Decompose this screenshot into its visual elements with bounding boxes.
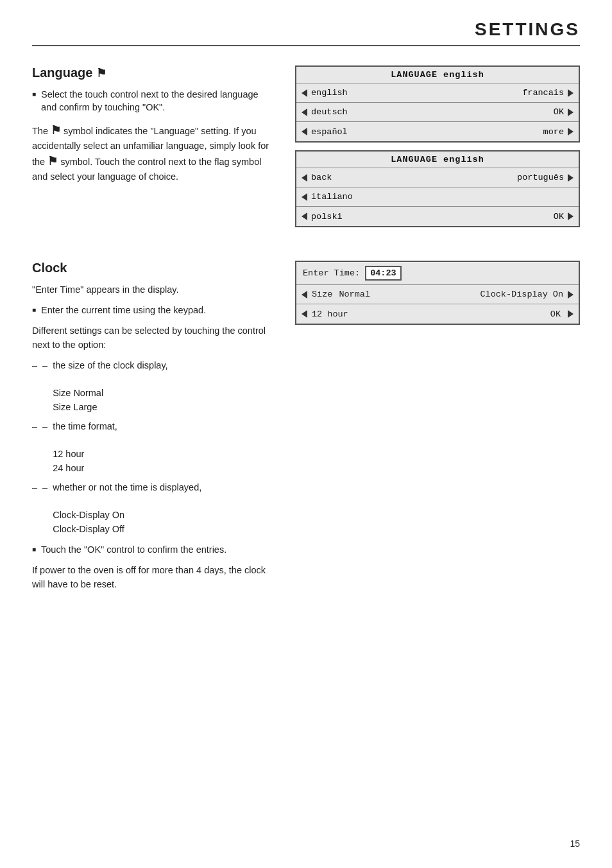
language-ok-label: OK [554, 107, 564, 117]
language-deutsch-label: deutsch [311, 107, 348, 117]
language-title-text: Language [32, 65, 92, 80]
language-display-2-header: LANGUAGE english [296, 152, 579, 168]
clock-time-display: Enter Time: 04:23 Size Normal Clock-Disp… [295, 261, 580, 325]
on-label: On [553, 290, 563, 299]
clock-section: Clock "Enter Time" appears in the displa… [32, 261, 580, 598]
language-polski-label: polski [311, 212, 343, 221]
display-row-polski-left: polski [302, 212, 554, 221]
clock-title-text: Clock [32, 261, 67, 275]
clock-intro-text: "Enter Time" appears in the display. [32, 283, 276, 297]
language-plain-text: The ⚑ symbol indicates the "Language" se… [32, 122, 276, 185]
arrow-right-icon [568, 89, 574, 97]
clock-dash-3-text: whether or not the time is displayed,Clo… [53, 481, 201, 537]
language-italiano-label: italiano [311, 192, 353, 202]
display-row-espanol[interactable]: español more [296, 122, 579, 141]
page-number: 15 [570, 838, 580, 849]
arrow-right-icon [568, 128, 574, 135]
clock-left-col: Clock "Enter Time" appears in the displa… [32, 261, 276, 598]
display-row-francais-right: francais [522, 88, 574, 98]
clock-right-col: Enter Time: 04:23 Size Normal Clock-Disp… [295, 261, 580, 598]
language-english-label: english [311, 88, 348, 98]
size-label: Size [312, 290, 332, 299]
arrow-right-icon [568, 291, 574, 299]
clock-dash-1: – the size of the clock display,Size Nor… [32, 359, 276, 415]
display-row-polski-ok-right: OK [554, 212, 574, 221]
language-bullet-list: Select the touch control next to the des… [32, 88, 276, 114]
dash-icon-3: – [42, 481, 47, 495]
arrow-left-icon [302, 128, 307, 135]
language-bullet-1-text: Select the touch control next to the des… [41, 88, 276, 114]
arrow-right-icon [568, 108, 574, 116]
display-row-polski[interactable]: polski OK [296, 207, 579, 226]
language-francais-label: francais [522, 88, 564, 98]
clock-plain-text1: Different settings can be selected by to… [32, 324, 276, 352]
clock-two-col: Clock "Enter Time" appears in the displa… [32, 261, 580, 598]
language-back-label: back [311, 173, 332, 182]
clock-dash-list: – the size of the clock display,Size Nor… [32, 359, 276, 537]
arrow-right-icon [568, 213, 574, 220]
clock-bullet-2: Touch the "OK" control to confirm the en… [32, 543, 276, 556]
display-row-deutsch-left: deutsch [302, 107, 554, 117]
dash-icon-1: – [42, 359, 47, 373]
clock-plain-text2: If power to the oven is off for more tha… [32, 564, 276, 592]
language-polski-ok-label: OK [554, 212, 564, 221]
arrow-left-icon [302, 174, 307, 182]
clock-hour-row[interactable]: 12 hour OK [296, 304, 579, 324]
language-more-label: more [543, 127, 564, 137]
display-row-back-left: back [302, 173, 517, 182]
language-bullet-1: Select the touch control next to the des… [32, 88, 276, 114]
clock-bullet-list-2: Touch the "OK" control to confirm the en… [32, 543, 276, 556]
clock-dash-2: – the time format,12 hour24 hour [32, 420, 276, 476]
enter-time-label: Enter Time: [303, 268, 360, 278]
language-left-col: Language ⚑ Select the touch control next… [32, 65, 276, 235]
display-row-deutsch[interactable]: deutsch OK [296, 103, 579, 122]
clock-bullet-2-text: Touch the "OK" control to confirm the en… [41, 543, 226, 556]
clock-dash-1-sub: Size NormalSize Large [53, 372, 167, 414]
language-display-1-header: LANGUAGE english [296, 67, 579, 83]
hour-label: 12 hour [312, 309, 348, 319]
arrow-left-icon [302, 89, 307, 97]
page-title: SETTINGS [32, 19, 580, 46]
arrow-left-icon [302, 108, 307, 116]
clock-time-top-row: Enter Time: 04:23 [296, 262, 579, 285]
flag-icon-inline: ⚑ [51, 124, 61, 137]
clock-dash-3-sub: Clock-Display OnClock-Display Off [53, 494, 201, 536]
page: SETTINGS Language ⚑ Select the touch con… [0, 0, 612, 868]
clock-size-row[interactable]: Size Normal Clock-Display On [296, 285, 579, 304]
language-section: Language ⚑ Select the touch control next… [32, 65, 580, 235]
display-row-more-right: more [543, 127, 574, 137]
clock-bullet-list: Enter the current time using the keypad. [32, 304, 276, 317]
arrow-left-icon [302, 291, 307, 299]
language-espanol-label: español [311, 127, 348, 137]
flag-icon-inline2: ⚑ [47, 155, 58, 168]
clock-dash-3: – whether or not the time is displayed,C… [32, 481, 276, 537]
display-row-italiano[interactable]: italiano [296, 187, 579, 207]
display-row-espanol-left: español [302, 127, 543, 137]
arrow-right-icon [568, 174, 574, 182]
clock-bullet-1-text: Enter the current time using the keypad. [41, 304, 206, 317]
language-portugues-label: português [517, 173, 564, 182]
time-value: 04:23 [365, 266, 402, 281]
clock-dash-2-sub: 12 hour24 hour [53, 433, 117, 475]
display-row-english[interactable]: english francais [296, 83, 579, 103]
language-section-title: Language ⚑ [32, 65, 276, 80]
clock-dash-1-text: the size of the clock display,Size Norma… [53, 359, 167, 415]
arrow-left-icon [302, 213, 307, 220]
ok-label: OK [550, 309, 561, 319]
language-display-1: LANGUAGE english english francais deutsc… [295, 65, 580, 143]
display-row-back[interactable]: back português [296, 168, 579, 187]
clock-dash-2-text: the time format,12 hour24 hour [53, 420, 117, 476]
flag-icon: ⚑ [96, 66, 106, 80]
display-row-english-left: english [302, 88, 522, 98]
clock-display-label: Clock-Display [480, 290, 547, 299]
dash-icon-2: – [42, 420, 47, 434]
clock-section-title: Clock [32, 261, 276, 275]
clock-bullet-1: Enter the current time using the keypad. [32, 304, 276, 317]
arrow-left-icon [302, 310, 307, 318]
display-row-italiano-left: italiano [302, 192, 574, 202]
normal-label: Normal [339, 290, 370, 299]
language-right-col: LANGUAGE english english francais deutsc… [295, 65, 580, 235]
display-row-ok-right: OK [554, 107, 574, 117]
language-display-2: LANGUAGE english back português italiano [295, 150, 580, 227]
display-row-portugues-right: português [517, 173, 574, 182]
